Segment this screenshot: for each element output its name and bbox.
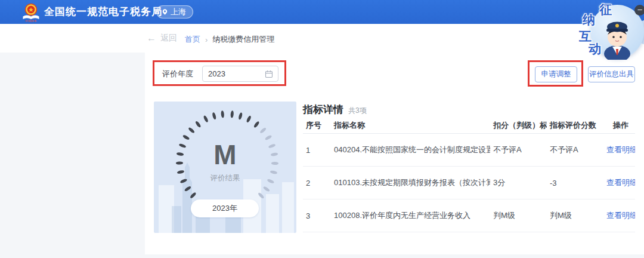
location-pin-icon	[162, 8, 168, 16]
evaluation-year-label: 评价年度	[162, 69, 193, 79]
result-year-badge: 2023年	[191, 199, 259, 217]
assistant-label-char-4: 动	[589, 41, 601, 57]
assistant-widget[interactable]: 征 纳 互 动 –	[566, 0, 644, 60]
breadcrumb-row: ← 返回 首页 › 纳税缴费信用管理	[0, 24, 644, 53]
gauge-tick	[203, 115, 208, 123]
indicator-table: 序号 指标名称 扣分（判级）标准 指标评价分数 操作 1 040204.不能按照…	[303, 117, 635, 232]
row-standard: 3分	[490, 177, 547, 188]
app-title: 全国统一规范电子税务局	[44, 0, 162, 24]
calendar-icon	[265, 70, 273, 78]
col-header-score: 指标评价分数	[547, 120, 606, 131]
col-header-no: 序号	[303, 120, 331, 131]
row-standard: 判M级	[490, 210, 547, 221]
back-arrow-icon: ←	[147, 33, 156, 44]
table-row: 2 010103.未按规定期限填报财务报表（按次计算） 3分 -3 查看明细	[303, 167, 635, 199]
breadcrumb: 首页 › 纳税缴费信用管理	[185, 34, 274, 45]
breadcrumb-home-link[interactable]: 首页	[185, 34, 200, 45]
table-title: 指标详情共3项	[303, 103, 367, 116]
gauge-tick	[246, 115, 252, 123]
gauge-tick	[259, 127, 267, 133]
table-count-badge: 共3项	[348, 106, 367, 115]
gauge-tick	[265, 134, 273, 140]
evaluation-result-card: M 评价结果 2023年	[154, 102, 296, 233]
page: 中国税务 全国统一规范电子税务局 上海	[0, 0, 644, 258]
apply-adjustment-button[interactable]: 申请调整	[535, 66, 577, 82]
gauge-tick	[188, 127, 195, 133]
table-row: 3 100208.评价年度内无生产经营业务收入 判M级 判M级 查看明细	[303, 199, 635, 232]
row-name: 010103.未按规定期限填报财务报表（按次计算）	[331, 177, 490, 188]
row-score: 判M级	[547, 210, 606, 221]
row-name: 100208.评价年度内无生产经营业务收入	[331, 210, 490, 221]
table-row: 1 040204.不能按照国家统一的会计制度规定设置账簿，并... 不予评A 不…	[303, 134, 635, 167]
svg-text:中国税务: 中国税务	[25, 19, 37, 23]
location-label: 上海	[171, 7, 186, 17]
col-header-name: 指标名称	[331, 120, 490, 131]
row-score: -3	[547, 179, 606, 188]
gauge-tick	[253, 121, 260, 128]
gauge-tick	[238, 112, 243, 120]
row-no: 3	[303, 211, 331, 220]
assistant-label-char-2: 纳	[583, 11, 595, 28]
evaluation-year-input[interactable]: 2023	[202, 66, 278, 82]
issue-evaluation-info-button[interactable]: 评价信息出具	[588, 66, 635, 82]
gauge-tick	[212, 112, 216, 120]
back-button[interactable]: ← 返回	[147, 33, 177, 44]
row-no: 2	[303, 179, 331, 188]
view-detail-link[interactable]: 查看明细	[606, 145, 635, 155]
top-header-bar: 中国税务 全国统一规范电子税务局 上海	[0, 0, 644, 24]
gauge-tick	[230, 110, 234, 118]
credit-grade-label: 评价结果	[154, 173, 296, 183]
table-title-text: 指标详情	[303, 104, 343, 115]
assistant-label-char-1: 征	[599, 1, 612, 18]
row-no: 1	[303, 146, 331, 155]
assistant-minimize-button[interactable]: –	[634, 5, 644, 16]
view-detail-link[interactable]: 查看明细	[606, 177, 635, 188]
row-score: 不予评A	[547, 145, 606, 155]
back-label: 返回	[160, 33, 177, 44]
credit-grade: M	[154, 141, 296, 168]
row-standard: 不予评A	[490, 145, 547, 155]
view-detail-link[interactable]: 查看明细	[606, 210, 635, 221]
gauge-tick	[221, 110, 225, 118]
table-header-row: 序号 指标名称 扣分（判级）标准 指标评价分数 操作	[303, 117, 635, 134]
col-header-action: 操作	[606, 120, 635, 131]
col-header-standard: 扣分（判级）标准	[490, 120, 547, 131]
evaluation-year-value: 2023	[203, 69, 265, 78]
breadcrumb-separator-icon: ›	[205, 35, 208, 44]
row-name: 040204.不能按照国家统一的会计制度规定设置账簿，并...	[331, 145, 490, 155]
tax-bureau-logo-icon: 中国税务	[21, 2, 41, 22]
gauge-tick	[182, 134, 190, 140]
gauge-tick	[194, 121, 201, 128]
breadcrumb-current: 纳税缴费信用管理	[212, 34, 274, 45]
location-badge[interactable]: 上海	[156, 5, 193, 19]
